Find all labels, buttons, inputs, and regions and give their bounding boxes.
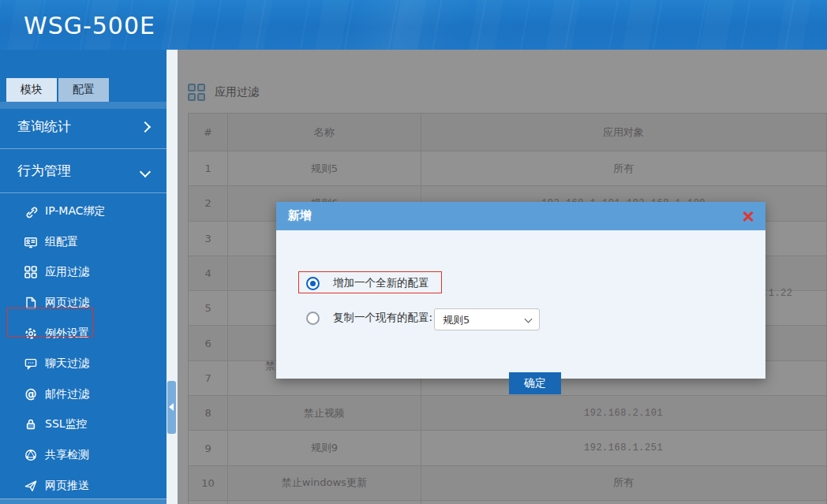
lock-icon: [24, 417, 38, 431]
sidebar-group-behavior-mgmt[interactable]: 行为管理: [0, 149, 167, 193]
dialog-titlebar: 新增: [276, 202, 765, 230]
link-icon: [24, 204, 38, 218]
sidebar-item-share-detection[interactable]: 共享检测: [0, 440, 167, 471]
select-value: 规则5: [443, 313, 470, 327]
sidebar-item-mail-filter[interactable]: @ 邮件过滤: [0, 379, 167, 410]
sidebar-item-web-push[interactable]: 网页推送: [0, 470, 167, 501]
group-label: 行为管理: [17, 162, 71, 180]
sidebar-tabs: 模块 配置: [6, 78, 109, 102]
product-logo: WSG-500E: [24, 11, 155, 39]
tab-modules[interactable]: 模块: [6, 78, 57, 102]
sidebar-item-label: 共享检测: [45, 448, 89, 462]
page-icon: [24, 296, 38, 310]
dialog-body: 增加一个全新的配置 复制一个现有的配置: 规则5 确定: [276, 230, 765, 379]
grid-icon: [24, 265, 38, 279]
sidebar-gutter: [167, 50, 178, 504]
sidebar: 模块 配置 查询统计 行为管理 IP-MAC绑定: [0, 50, 167, 504]
chevron-right-icon: [140, 121, 151, 132]
sidebar-item-label: 网页过滤: [45, 296, 89, 310]
sidebar-item-label: 网页推送: [45, 479, 89, 493]
app-window: WSG-500E 模块 配置 查询统计 行为管理: [0, 0, 827, 504]
radio-unselected-icon[interactable]: [306, 312, 320, 325]
option-label: 复制一个现有的配置:: [333, 311, 432, 325]
dialog-title: 新增: [288, 208, 312, 223]
existing-config-select[interactable]: 规则5: [434, 308, 540, 330]
tab-config[interactable]: 配置: [58, 78, 109, 102]
chevron-down-icon: [525, 315, 533, 323]
send-icon: [24, 479, 38, 493]
sidebar-item-label: 例外设置: [45, 327, 89, 341]
id-card-icon: [24, 235, 38, 249]
sidebar-item-web-filter[interactable]: 网页过滤: [0, 288, 167, 319]
top-header: WSG-500E: [0, 0, 827, 50]
sidebar-group-query-stats[interactable]: 查询统计: [0, 105, 167, 149]
sidebar-item-ssl-monitor[interactable]: SSL监控: [0, 409, 167, 440]
close-icon[interactable]: [742, 210, 754, 222]
option-new-config[interactable]: 增加一个全新的配置: [306, 274, 429, 293]
ok-button[interactable]: 确定: [509, 372, 561, 394]
sidebar-collapse-handle[interactable]: [167, 381, 176, 434]
sidebar-item-label: 应用过滤: [45, 265, 89, 279]
sidebar-item-chat-filter[interactable]: 聊天过滤: [0, 349, 167, 379]
at-icon: @: [24, 387, 38, 401]
sidebar-item-group-config[interactable]: 组配置: [0, 227, 167, 258]
sidebar-bottom-separator: [0, 498, 167, 504]
radio-selected-icon[interactable]: [306, 277, 320, 290]
chat-icon: [24, 357, 38, 371]
chevron-down-icon: [140, 166, 151, 177]
option-label: 增加一个全新的配置: [333, 276, 429, 290]
add-new-dialog: 新增 增加一个全新的配置 复制一个现有的配置: 规则5 确定: [276, 202, 765, 379]
option-copy-config[interactable]: 复制一个现有的配置:: [306, 307, 432, 329]
sidebar-item-ip-mac-binding[interactable]: IP-MAC绑定: [0, 196, 167, 227]
sidebar-item-label: IP-MAC绑定: [45, 204, 106, 218]
group-label: 查询统计: [17, 118, 71, 136]
sidebar-item-label: 聊天过滤: [45, 357, 89, 371]
sidebar-item-exception-settings[interactable]: 例外设置: [0, 318, 167, 349]
sidebar-item-label: SSL监控: [45, 417, 88, 431]
sidebar-item-label: 邮件过滤: [45, 387, 89, 401]
sidebar-item-label: 组配置: [45, 235, 78, 249]
sidebar-item-app-filter[interactable]: 应用过滤: [0, 257, 167, 288]
sidebar-menu: IP-MAC绑定 组配置: [0, 196, 167, 501]
gear-icon: [24, 327, 38, 341]
share-icon: [24, 448, 38, 462]
